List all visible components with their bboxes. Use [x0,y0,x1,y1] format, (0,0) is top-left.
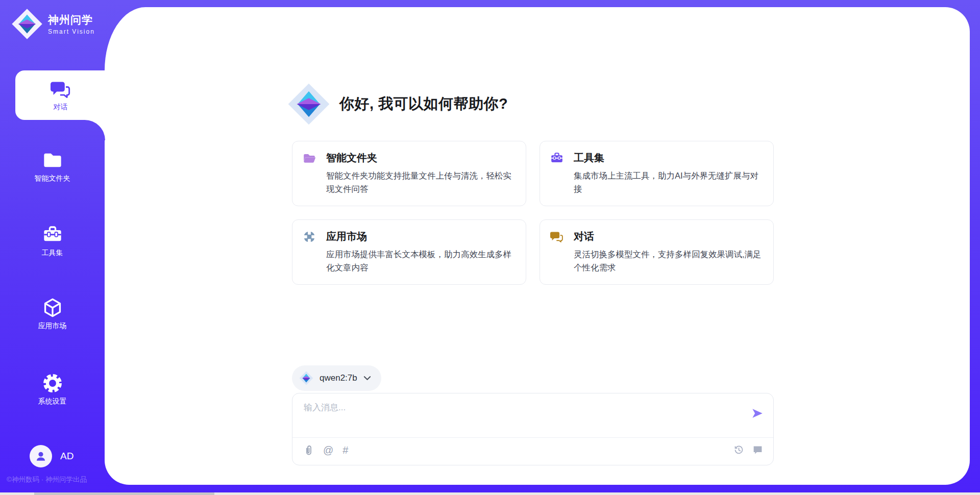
sidebar-item-label: 工具集 [42,249,63,258]
user-profile[interactable]: AD [30,445,74,467]
card-title: 应用市场 [326,230,367,243]
greeting-header: 你好, 我可以如何帮助你? [287,83,508,126]
card-smart-folder[interactable]: 智能文件夹 智能文件夹功能支持批量文件上传与清洗，轻松实现文件问答 [292,141,526,206]
card-title: 智能文件夹 [326,151,377,165]
brand-logo: 神州问学 Smart Vision [11,8,95,40]
sidebar-item-settings[interactable]: 系统设置 [0,373,105,406]
sidebar-item-toolset[interactable]: 工具集 [0,225,105,258]
scrollbar-thumb[interactable] [34,492,214,495]
sidebar-item-chat[interactable]: 对话 [15,70,106,120]
model-selector[interactable]: qwen2:7b [292,365,381,391]
tab-fillet [85,120,105,140]
folder-icon [303,152,316,165]
card-description: 智能文件夹功能支持批量文件上传与清洗，轻松实现文件问答 [326,169,514,195]
message-composer: @ # [292,393,774,465]
attachment-icon[interactable] [304,445,314,456]
message-input[interactable] [304,402,738,430]
toolbox-icon [42,225,63,245]
diamond-logo-icon [299,371,313,385]
sidebar-item-app-market[interactable]: 应用市场 [0,298,105,331]
chat-icon [51,79,71,100]
chat-icon [550,230,564,243]
greeting-title: 你好, 我可以如何帮助你? [339,94,508,114]
card-toolset[interactable]: 工具集 集成市场上主流工具，助力AI与外界无缝扩展与对接 [540,141,774,206]
chevron-down-icon [363,376,371,381]
history-icon[interactable] [733,444,744,455]
grid-icon [303,230,316,243]
cube-icon [42,298,63,318]
sidebar: 神州问学 Smart Vision 对话 智能文件夹 工具集 [0,0,105,495]
card-title: 对话 [574,230,594,243]
diamond-logo-icon [287,83,330,126]
copyright-text: ©神州数码 · 神州问学出品 [7,475,87,484]
avatar [30,445,52,467]
chat-square-icon[interactable] [752,444,763,455]
gear-icon [42,373,63,393]
horizontal-scrollbar[interactable] [0,492,980,495]
feature-cards: 智能文件夹 智能文件夹功能支持批量文件上传与清洗，轻松实现文件问答 工具集 集成… [292,141,774,285]
sidebar-item-label: 系统设置 [38,397,67,406]
diamond-logo-icon [11,8,43,40]
sidebar-item-label: 对话 [54,103,68,112]
card-chat[interactable]: 对话 灵活切换多模型文件，支持多样回复效果调试,满足个性化需求 [540,219,774,285]
send-icon[interactable] [751,407,764,420]
composer-divider [292,437,773,438]
card-title: 工具集 [574,151,604,165]
card-app-market[interactable]: 应用市场 应用市场提供丰富长文本模板，助力高效生成多样化文章内容 [292,219,526,285]
main-panel: 你好, 我可以如何帮助你? 智能文件夹 智能文件夹功能支持批量文件上传与清洗，轻… [105,7,970,485]
sidebar-item-label: 应用市场 [38,321,67,331]
person-icon [34,450,47,463]
model-name: qwen2:7b [320,373,357,383]
sidebar-item-label: 智能文件夹 [35,174,70,183]
card-description: 灵活切换多模型文件，支持多样回复效果调试,满足个性化需求 [574,248,762,274]
hashtag-icon[interactable]: # [342,444,348,456]
card-description: 应用市场提供丰富长文本模板，助力高效生成多样化文章内容 [326,248,514,274]
brand-name: 神州问学 [48,13,95,27]
toolbox-icon [550,152,564,165]
folder-icon [42,150,63,170]
brand-subtitle: Smart Vision [48,28,95,35]
card-description: 集成市场上主流工具，助力AI与外界无缝扩展与对接 [574,169,762,195]
sidebar-item-smart-folder[interactable]: 智能文件夹 [0,150,105,183]
user-name: AD [60,451,74,462]
mention-icon[interactable]: @ [323,444,333,456]
